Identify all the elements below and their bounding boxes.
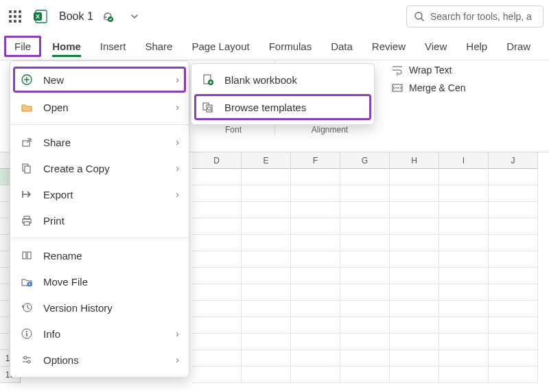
chevron-right-icon: › bbox=[176, 328, 179, 339]
merge-center-button[interactable]: Merge & Cen bbox=[391, 82, 465, 93]
file-menu-new-label: New bbox=[43, 74, 64, 86]
title-bar: X Book 1 Search for tools, help, a bbox=[0, 0, 549, 33]
new-submenu: Blank workbook Browse templates bbox=[191, 63, 375, 125]
tab-review[interactable]: Review bbox=[364, 36, 414, 56]
file-menu-create-copy-label: Create a Copy bbox=[43, 163, 110, 174]
svg-point-47 bbox=[27, 282, 32, 287]
tab-help[interactable]: Help bbox=[458, 36, 495, 56]
ribbon-tabs: File Home Insert Share Page Layout Formu… bbox=[0, 33, 549, 60]
menu-divider bbox=[10, 124, 189, 125]
merge-icon bbox=[391, 82, 404, 93]
tab-page-layout[interactable]: Page Layout bbox=[183, 36, 257, 56]
file-menu-print[interactable]: Print bbox=[10, 207, 189, 233]
svg-rect-45 bbox=[23, 252, 26, 259]
cells-grid[interactable] bbox=[192, 169, 549, 392]
new-browse-templates-label: Browse templates bbox=[224, 102, 306, 113]
tab-view[interactable]: View bbox=[417, 36, 455, 56]
file-menu-options[interactable]: Options › bbox=[10, 347, 189, 373]
templates-icon bbox=[201, 100, 215, 114]
file-menu: New › Open › Share › Create a Copy › Exp… bbox=[10, 60, 189, 378]
file-menu-info-label: Info bbox=[43, 328, 60, 340]
print-icon bbox=[20, 214, 34, 227]
excel-logo-icon: X bbox=[32, 8, 49, 25]
search-box[interactable]: Search for tools, help, a bbox=[406, 5, 544, 27]
tab-formulas[interactable]: Formulas bbox=[261, 36, 320, 56]
col-header[interactable]: H bbox=[390, 152, 439, 169]
col-header[interactable]: F bbox=[291, 152, 340, 169]
file-menu-export-label: Export bbox=[43, 189, 73, 200]
file-menu-version-history[interactable]: Version History bbox=[10, 295, 189, 321]
svg-rect-44 bbox=[24, 222, 30, 225]
svg-rect-46 bbox=[27, 252, 31, 259]
chevron-right-icon: › bbox=[176, 74, 179, 85]
chevron-right-icon: › bbox=[176, 137, 179, 148]
file-menu-move-file[interactable]: Move File bbox=[10, 268, 189, 295]
workbook-title[interactable]: Book 1 bbox=[59, 10, 93, 23]
svg-rect-42 bbox=[24, 216, 30, 219]
chevron-right-icon: › bbox=[176, 354, 179, 365]
rename-icon bbox=[20, 249, 34, 262]
title-dropdown[interactable] bbox=[130, 12, 139, 21]
file-menu-share[interactable]: Share › bbox=[10, 129, 189, 155]
copy-icon bbox=[20, 161, 34, 175]
sync-saved-icon bbox=[102, 10, 114, 23]
blank-workbook-icon bbox=[201, 73, 215, 87]
file-menu-options-label: Options bbox=[43, 354, 79, 366]
waffle-icon bbox=[9, 10, 21, 23]
col-header[interactable]: D bbox=[192, 152, 242, 169]
history-icon bbox=[20, 301, 34, 314]
file-menu-info[interactable]: Info › bbox=[10, 321, 189, 347]
file-menu-open-label: Open bbox=[43, 102, 69, 113]
merge-center-label: Merge & Cen bbox=[409, 82, 465, 93]
chevron-right-icon: › bbox=[176, 189, 179, 200]
file-menu-open[interactable]: Open › bbox=[10, 94, 189, 120]
export-icon bbox=[20, 187, 34, 201]
file-menu-version-history-label: Version History bbox=[43, 302, 113, 314]
col-header[interactable]: G bbox=[340, 152, 390, 169]
file-menu-rename[interactable]: Rename bbox=[10, 242, 189, 268]
move-file-folder-icon bbox=[20, 275, 34, 288]
menu-divider bbox=[10, 238, 189, 238]
file-menu-new[interactable]: New › bbox=[13, 67, 186, 93]
file-menu-print-label: Print bbox=[43, 215, 65, 227]
tab-file[interactable]: File bbox=[4, 36, 41, 57]
file-menu-export[interactable]: Export › bbox=[10, 181, 189, 207]
share-arrow-icon bbox=[20, 135, 34, 149]
svg-point-50 bbox=[26, 331, 27, 332]
tab-data[interactable]: Data bbox=[323, 36, 361, 56]
col-header[interactable]: J bbox=[489, 152, 538, 169]
wrap-text-button[interactable]: Wrap Text bbox=[391, 65, 465, 76]
new-blank-workbook[interactable]: Blank workbook bbox=[191, 67, 374, 93]
svg-text:X: X bbox=[36, 13, 40, 20]
column-headers: D E F G H I J bbox=[192, 152, 549, 169]
new-blank-workbook-label: Blank workbook bbox=[224, 74, 297, 86]
col-header[interactable]: E bbox=[242, 152, 291, 169]
folder-open-icon bbox=[20, 100, 34, 114]
svg-line-5 bbox=[421, 19, 423, 21]
tab-draw[interactable]: Draw bbox=[498, 36, 539, 56]
file-menu-rename-label: Rename bbox=[43, 250, 82, 262]
options-sliders-icon bbox=[20, 353, 34, 367]
search-placeholder: Search for tools, help, a bbox=[430, 11, 532, 22]
new-browse-templates[interactable]: Browse templates bbox=[194, 94, 371, 120]
chevron-right-icon: › bbox=[176, 163, 179, 174]
info-icon bbox=[20, 327, 34, 341]
wrap-text-icon bbox=[391, 65, 404, 76]
wrap-merge-group: Wrap Text Merge & Cen bbox=[391, 60, 465, 136]
col-header[interactable]: I bbox=[439, 152, 489, 169]
svg-rect-39 bbox=[25, 166, 30, 173]
tab-share[interactable]: Share bbox=[137, 36, 180, 56]
app-launcher[interactable] bbox=[5, 7, 25, 26]
new-icon bbox=[20, 73, 34, 87]
file-menu-create-copy[interactable]: Create a Copy › bbox=[10, 155, 189, 181]
file-menu-move-file-label: Move File bbox=[43, 276, 88, 288]
file-menu-share-label: Share bbox=[43, 137, 71, 148]
svg-point-53 bbox=[24, 356, 27, 359]
chevron-right-icon: › bbox=[176, 102, 179, 113]
tab-home[interactable]: Home bbox=[44, 36, 89, 56]
svg-point-4 bbox=[415, 12, 422, 19]
wrap-text-label: Wrap Text bbox=[409, 65, 452, 76]
tab-insert[interactable]: Insert bbox=[92, 36, 135, 56]
svg-point-55 bbox=[27, 360, 30, 363]
search-icon bbox=[414, 11, 425, 22]
